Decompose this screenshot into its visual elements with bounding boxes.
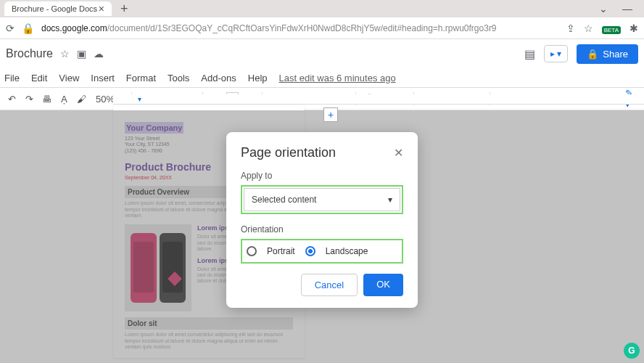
menu-edit[interactable]: Edit xyxy=(31,73,47,83)
lock-icon: 🔒 xyxy=(22,23,34,34)
ruler-indent-marker[interactable]: ▾ xyxy=(138,95,141,103)
redo-icon[interactable]: ↷ xyxy=(23,94,35,105)
print-icon[interactable]: 🖶 xyxy=(41,94,52,105)
highlight-orientation: Portrait Landscape xyxy=(241,239,403,264)
reload-icon[interactable]: ⟳ xyxy=(6,23,15,34)
menu-help[interactable]: Help xyxy=(248,73,268,83)
tab-title: Brochure - Google Docs xyxy=(12,4,97,13)
browser-tab[interactable]: Brochure - Google Docs × xyxy=(4,1,112,16)
landscape-label: Landscape xyxy=(326,246,368,256)
comments-icon[interactable]: ▤ xyxy=(524,47,535,61)
present-button[interactable]: ▸ ▾ xyxy=(544,45,568,62)
docs-header: Brochure ☆ ▣ ☁ ▤ ▸ ▾ 🔒 Share xyxy=(0,39,644,68)
menu-tools[interactable]: Tools xyxy=(168,73,189,83)
address-bar: ⟳ 🔒 docs.google.com/document/d/1Sr3EGOQa… xyxy=(0,17,644,39)
close-icon[interactable]: ✕ xyxy=(394,146,403,160)
apply-to-dropdown[interactable]: Selected content ▾ xyxy=(244,188,400,211)
landscape-radio[interactable] xyxy=(305,246,315,256)
share-label: Share xyxy=(603,49,628,60)
menu-insert[interactable]: Insert xyxy=(91,73,115,83)
chevron-down-icon: ▾ xyxy=(388,195,392,205)
move-doc-icon[interactable]: ▣ xyxy=(77,48,86,60)
orientation-label: Orientation xyxy=(241,224,403,234)
url-path: /document/d/1Sr3EGOQaY_cCqRCftOarsYinFdw… xyxy=(107,23,497,33)
window-controls: ⌄ — xyxy=(599,3,640,15)
browser-tab-strip: Brochure - Google Docs × + ⌄ — xyxy=(0,0,644,17)
extension-icon[interactable]: ✱ xyxy=(629,23,638,34)
share-button[interactable]: 🔒 Share xyxy=(577,44,638,64)
url-host: docs.google.com xyxy=(41,23,107,33)
portrait-label: Portrait xyxy=(267,246,295,256)
lock-share-icon: 🔒 xyxy=(587,49,598,60)
undo-icon[interactable]: ↶ xyxy=(6,94,17,105)
beta-badge: BETA xyxy=(602,22,621,35)
url-display[interactable]: docs.google.com/document/d/1Sr3EGOQaY_cC… xyxy=(41,23,559,33)
menu-addons[interactable]: Add-ons xyxy=(201,73,236,83)
insert-plus-button[interactable]: + xyxy=(323,107,338,122)
dropdown-value: Selected content xyxy=(252,195,316,205)
document-title[interactable]: Brochure xyxy=(6,47,53,60)
chevron-down-icon[interactable]: ⌄ xyxy=(599,3,608,15)
minimize-icon[interactable]: — xyxy=(622,3,632,15)
star-icon[interactable]: ☆ xyxy=(584,23,593,34)
dialog-title: Page orientation xyxy=(241,145,336,160)
apply-to-label: Apply to xyxy=(241,171,403,181)
paint-format-icon[interactable]: 🖌 xyxy=(75,94,87,105)
portrait-radio[interactable] xyxy=(247,246,257,256)
page-orientation-dialog: Page orientation ✕ Apply to Selected con… xyxy=(226,132,418,308)
star-doc-icon[interactable]: ☆ xyxy=(60,48,70,60)
close-tab-icon[interactable]: × xyxy=(99,3,104,15)
cancel-button[interactable]: Cancel xyxy=(301,274,358,296)
share-url-icon[interactable]: ⇪ xyxy=(566,23,575,34)
last-edit-link[interactable]: Last edit was 6 minutes ago xyxy=(279,73,396,83)
menu-format[interactable]: Format xyxy=(126,73,156,83)
spellcheck-icon[interactable]: Ạ xyxy=(58,94,70,105)
highlight-apply-to: Selected content ▾ xyxy=(241,185,403,214)
menu-file[interactable]: File xyxy=(4,73,20,83)
menu-bar: File Edit View Insert Format Tools Add-o… xyxy=(0,68,644,87)
menu-view[interactable]: View xyxy=(59,73,79,83)
new-tab-icon[interactable]: + xyxy=(120,1,128,17)
grammarly-icon[interactable]: G xyxy=(624,343,640,359)
ok-button[interactable]: OK xyxy=(363,274,403,296)
ruler: ▾ xyxy=(113,94,644,105)
cloud-status-icon[interactable]: ☁ xyxy=(94,48,104,60)
